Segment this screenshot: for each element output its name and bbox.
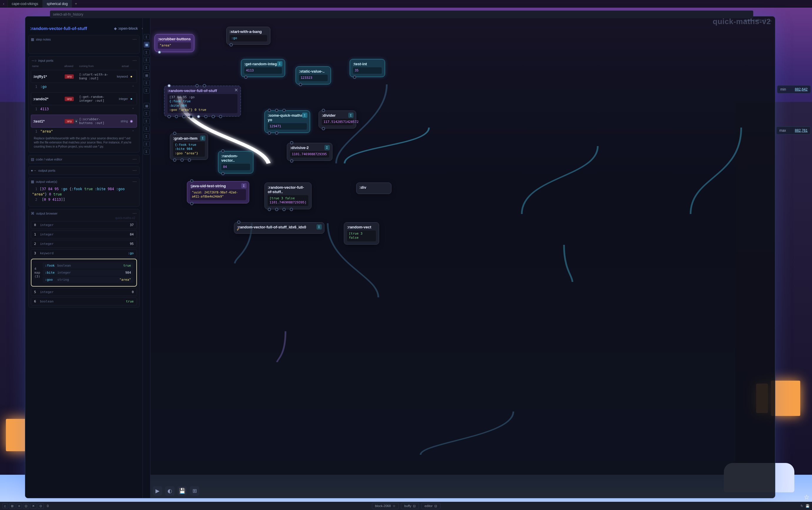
footer-tool-button[interactable]: ⊞: [9, 503, 15, 509]
node-port[interactable]: [237, 221, 240, 224]
port-row-selected[interactable]: :test1* :any▾ [:scrubber-buttons :out] s…: [31, 115, 137, 128]
chip-dropdown-icon[interactable]: ▾: [74, 119, 78, 123]
node-random-vector-small[interactable]: :random-vector.. 84: [218, 151, 253, 173]
node-port[interactable]: [290, 208, 293, 211]
play-button[interactable]: ▶: [153, 486, 162, 495]
node-port[interactable]: [322, 109, 325, 112]
node-scrubber-buttons[interactable]: :scrubber-buttons "area": [154, 34, 194, 52]
browser-map-row[interactable]: 4 map (3) :fook boolean true :bite integ…: [31, 259, 137, 287]
map-entry[interactable]: :bite integer 984: [42, 270, 134, 276]
node-port[interactable]: [173, 132, 176, 135]
node-port[interactable]: [219, 115, 222, 118]
node-port[interactable]: [290, 159, 293, 163]
section-menu-button[interactable]: ⋯: [133, 157, 137, 162]
node-port[interactable]: [283, 208, 286, 211]
node-port[interactable]: [203, 84, 206, 87]
node-start-with-a-bang[interactable]: :start-with-a-bang :go: [226, 27, 270, 45]
port-row[interactable]: :rando2* :any [:get-random-integer :out]…: [31, 92, 137, 105]
node-port[interactable]: [221, 172, 225, 175]
rail-grid-button[interactable]: ▦: [144, 103, 150, 109]
save-button[interactable]: 💾: [177, 486, 187, 495]
section-menu-button[interactable]: ⋯: [133, 179, 137, 184]
rail-sigma-button[interactable]: Σ: [144, 118, 150, 124]
browser-row[interactable]: 6 boolean true: [31, 298, 137, 305]
chevron-up-icon[interactable]: ⌃: [132, 130, 134, 134]
node-some-quick-maths[interactable]: Σ :some-quick-maths-yo 129471: [264, 111, 310, 133]
footer-tool-button[interactable]: ⊡: [23, 503, 29, 509]
browser-row[interactable]: 1 integer 84: [31, 230, 137, 238]
node-port[interactable]: [268, 208, 271, 211]
node-port[interactable]: [353, 76, 356, 79]
footer-pill-editor[interactable]: editor ⊡: [421, 503, 440, 509]
map-entry[interactable]: :goo string "area": [42, 277, 134, 283]
node-port[interactable]: [275, 208, 278, 211]
node-divider[interactable]: Σ :divider 117.51428571428572: [319, 111, 356, 129]
node-port[interactable]: [268, 132, 271, 135]
node-port[interactable]: [180, 159, 184, 162]
map-entry[interactable]: :fook boolean true: [42, 262, 134, 269]
section-menu-button[interactable]: ⋯: [133, 211, 137, 216]
node-port[interactable]: [190, 115, 193, 118]
node-port[interactable]: [275, 132, 278, 135]
rail-sigma-button[interactable]: Σ: [144, 126, 150, 132]
rail-grid-button[interactable]: ▦: [144, 42, 150, 48]
tab-0[interactable]: cape-cod-vikings: [8, 0, 42, 8]
footer-tool-button[interactable]: ✕: [30, 503, 36, 509]
node-port[interactable]: [290, 141, 293, 144]
chevron-up-icon[interactable]: ⌃: [132, 107, 134, 111]
search-input[interactable]: select-all-fn_history: [50, 10, 753, 18]
favorite-star-icon[interactable]: ☆: [804, 493, 810, 501]
save-icon[interactable]: 💾: [806, 504, 810, 508]
node-port[interactable]: [175, 115, 178, 118]
node-port[interactable]: [173, 159, 176, 162]
node-port[interactable]: [275, 109, 278, 112]
node-get-random-integer[interactable]: Σ :get-random-integer 4113: [241, 59, 285, 77]
node-port[interactable]: [197, 115, 200, 118]
node-port[interactable]: [168, 84, 171, 87]
node-test-int[interactable]: :test-int 35: [350, 59, 385, 77]
rail-grid-button[interactable]: ▦: [144, 72, 150, 78]
tab-1[interactable]: spherical dog: [42, 0, 72, 8]
node-port[interactable]: [244, 76, 248, 79]
footer-tool-button[interactable]: ⊙: [38, 503, 44, 509]
node-port[interactable]: [190, 202, 193, 205]
close-icon[interactable]: ✕: [234, 87, 238, 93]
node-java-uid-test-string[interactable]: Σ :java-uid-test-string "uuid: 241726f8-…: [187, 181, 249, 203]
node-rvfs-idx[interactable]: Σ :random-vector-full-of-stuff_idx6_idx0…: [234, 222, 324, 234]
node-port[interactable]: [299, 83, 302, 86]
node-div-partial[interactable]: :div: [356, 182, 392, 194]
section-output-ports[interactable]: ●→ output ports ⋯: [28, 166, 140, 175]
nav-back-button[interactable]: ‹: [0, 0, 8, 8]
node-port[interactable]: [230, 43, 233, 47]
section-menu-button[interactable]: ⋯: [133, 58, 137, 63]
browser-row[interactable]: 0 integer 37: [31, 221, 137, 229]
node-port[interactable]: [158, 51, 161, 54]
refresh-icon[interactable]: ↻: [801, 504, 803, 508]
rail-sigma-button[interactable]: Σ: [144, 149, 150, 154]
node-port[interactable]: [168, 115, 171, 118]
rail-sigma-button[interactable]: Σ: [144, 88, 150, 93]
node-canvas[interactable]: quick-maths-v2 :scrubber-buttons "area" …: [150, 17, 775, 498]
section-step-notes[interactable]: ▦ step notes ⋯: [28, 35, 140, 54]
section-code-editor[interactable]: ▤ code / value editor ⋯: [28, 155, 140, 164]
browser-row[interactable]: 5 integer 0: [31, 288, 137, 296]
node-static-value[interactable]: :static-value-.. 123323: [296, 66, 331, 84]
node-grab-an-item[interactable]: Σ :grab-an-item {:fook true :bite 984 :g…: [170, 134, 208, 160]
node-port[interactable]: [190, 179, 193, 182]
node-port[interactable]: [283, 109, 286, 112]
footer-tool-button[interactable]: ⎌: [2, 503, 8, 509]
collapse-inspector-button[interactable]: ‹: [142, 26, 143, 31]
node-port[interactable]: [188, 159, 191, 162]
node-port[interactable]: [268, 109, 271, 112]
rail-sigma-button[interactable]: Σ: [144, 49, 150, 55]
rail-sigma-button[interactable]: Σ: [144, 65, 150, 70]
layout-grid-button[interactable]: ⊞: [190, 486, 199, 495]
footer-pill-block[interactable]: block-2068 ☆: [372, 503, 399, 509]
browser-row[interactable]: 2 integer 95: [31, 240, 137, 248]
browser-row[interactable]: 3 keyword :go: [31, 249, 137, 257]
rail-sigma-button[interactable]: Σ: [144, 134, 150, 139]
node-port[interactable]: [322, 127, 325, 130]
port-row[interactable]: :injffy1* :any [:start-with-a-bang :out]…: [31, 70, 137, 83]
node-divisive-2[interactable]: Σ :divisive-2 1101.7469088729395: [287, 143, 332, 161]
theme-toggle-button[interactable]: ◐: [165, 486, 175, 495]
